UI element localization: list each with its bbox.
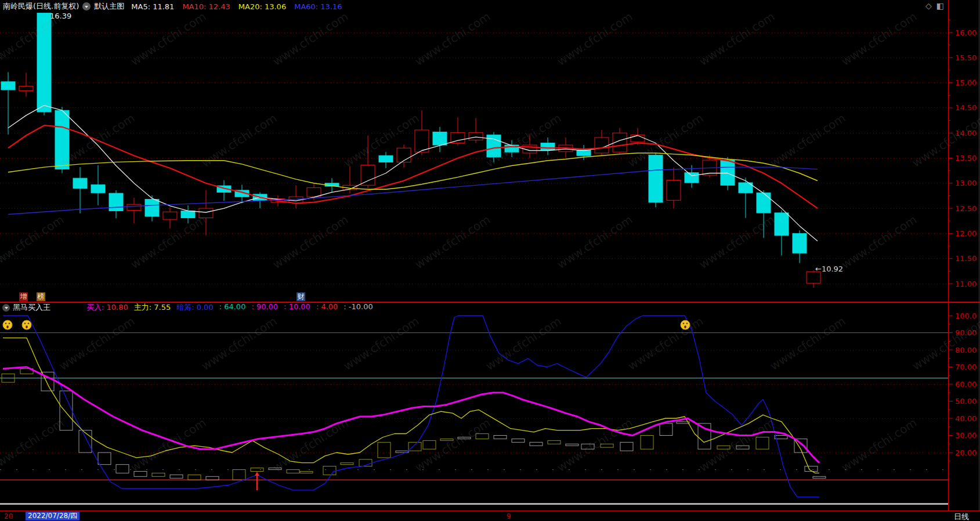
indicator-box	[736, 446, 749, 449]
candle-body	[775, 213, 789, 236]
indicator-box	[79, 430, 92, 453]
indicator-box	[641, 436, 653, 450]
indicator-box	[233, 470, 245, 480]
collapse-chevron-icon[interactable]	[2, 304, 10, 312]
candle-body	[667, 180, 681, 201]
candle-body	[631, 135, 645, 142]
indicator-box	[756, 437, 769, 449]
period-selector[interactable]: 日线	[954, 512, 969, 521]
indicator-box	[98, 453, 111, 465]
candle-body	[145, 200, 159, 216]
candle-body	[181, 211, 195, 218]
indicator-box	[323, 466, 336, 475]
indicator-box	[341, 463, 353, 465]
price-axis-label: 14.00	[955, 129, 977, 138]
candle-body	[73, 178, 87, 188]
indicator-name[interactable]: 黑马买入王	[13, 302, 50, 313]
indicator-box	[408, 442, 421, 451]
candle-body	[361, 165, 375, 186]
candle-body	[721, 160, 735, 185]
indicator-param: 主力: 7.55	[134, 302, 171, 313]
candle-body	[1, 82, 15, 90]
indicator-axis-label: 30.00	[955, 431, 977, 440]
tab-zeng[interactable]: 增	[19, 292, 28, 301]
candle-body	[199, 208, 213, 218]
candles	[1, 12, 820, 288]
indicator-box	[717, 446, 730, 449]
price-axis-label: 15.00	[955, 78, 977, 87]
indicator-box	[251, 468, 263, 472]
ma-line-MA10	[8, 125, 818, 208]
ma-legend: MA5: 11.81MA10: 12.43MA20: 13.06MA60: 13…	[131, 2, 342, 11]
indicator-box	[269, 468, 281, 470]
candle-body	[109, 193, 123, 211]
indicator-axis-label: 90.00	[955, 328, 977, 337]
candle-body	[541, 143, 555, 150]
indicator-axis-label: 80.00	[955, 346, 977, 354]
indicator-header: 黑马买入王 买入: 10.80主力: 7.55暗筹: 0.00: 64.00: …	[1, 303, 373, 312]
candle-body	[757, 193, 771, 213]
candle-body	[649, 155, 663, 202]
indicator-box	[660, 424, 672, 436]
ma-value-label: MA5: 11.81	[131, 2, 174, 11]
ma-value-label: MA20: 13.06	[238, 2, 286, 11]
indicator-box	[494, 436, 507, 439]
indicator-box	[378, 442, 390, 458]
indicator-box	[601, 444, 613, 447]
status-bar: 20 2022/07/28/四 9 日线	[0, 511, 980, 521]
indicator-box	[566, 444, 578, 446]
price-axis-label: 13.00	[955, 179, 977, 187]
indicator-pane	[0, 316, 948, 504]
indicator-param: : 10.00	[284, 302, 310, 313]
price-annotation: ←10.92	[815, 265, 843, 273]
date-tooltip: 2022/07/28/四	[26, 512, 79, 520]
smiley-icon	[22, 320, 31, 330]
stock-title: 南岭民爆(日线.前复权)	[3, 1, 79, 12]
indicator-series-暗筹	[3, 316, 819, 497]
price-annotation: 16.39	[50, 12, 71, 20]
indicator-box	[134, 471, 147, 476]
candle-body	[379, 155, 393, 162]
indicator-axis-label: 100.0	[955, 312, 977, 320]
candle-body	[793, 233, 807, 253]
chevron-down-icon[interactable]	[82, 2, 91, 10]
indicator-param: : 64.00	[219, 302, 246, 313]
price-axis-label: 11.50	[955, 254, 977, 263]
clipped-axis-date: 20	[4, 512, 13, 520]
candle-body	[469, 132, 483, 140]
ma-value-label: MA60: 13.16	[294, 2, 342, 11]
indicator-box	[476, 434, 489, 439]
indicator-box	[620, 442, 633, 451]
diamond-icon[interactable]: ◇	[925, 1, 932, 10]
window-layout-icon[interactable]: ◧	[936, 1, 944, 10]
candle-body	[37, 13, 51, 112]
indicator-param: : 4.00	[316, 302, 338, 313]
ma-value-label: MA10: 12.43	[182, 2, 230, 11]
indicator-box	[287, 470, 299, 473]
indicator-box	[440, 439, 453, 440]
chart-canvas[interactable]: ↖16.39←10.9216.0015.5015.0014.5014.0013.…	[0, 0, 980, 521]
indicator-axis-label: 20.00	[955, 448, 977, 457]
indicator-box	[530, 442, 543, 446]
smiley-icon	[681, 320, 690, 330]
indicator-box	[170, 475, 183, 478]
indicator-axis-label: 60.00	[955, 380, 977, 389]
indicator-box	[458, 437, 471, 439]
price-axis-label: 15.50	[955, 53, 977, 62]
tab-cai[interactable]: 财	[296, 292, 305, 301]
trading-app-window: 南岭民爆(日线.前复权) 默认主图 MA5: 11.81MA10: 12.43M…	[0, 0, 980, 521]
price-axis-label: 13.50	[955, 154, 977, 162]
tab-bang[interactable]: 榜	[37, 292, 45, 301]
main-layout-label[interactable]: 默认主图	[94, 1, 124, 12]
price-axis-label: 12.00	[955, 229, 977, 238]
indicator-params: 买入: 10.80主力: 7.55暗筹: 0.00: 64.00: 90.00:…	[86, 302, 373, 313]
indicator-box	[116, 465, 129, 473]
candle-body	[451, 132, 465, 143]
indicator-boxes	[2, 368, 826, 480]
indicator-box	[581, 444, 594, 449]
indicator-axis-label: 70.00	[955, 363, 977, 371]
candle-body	[433, 132, 447, 145]
indicator-box	[423, 440, 436, 449]
indicator-box	[512, 439, 525, 442]
candle-body	[595, 138, 609, 153]
